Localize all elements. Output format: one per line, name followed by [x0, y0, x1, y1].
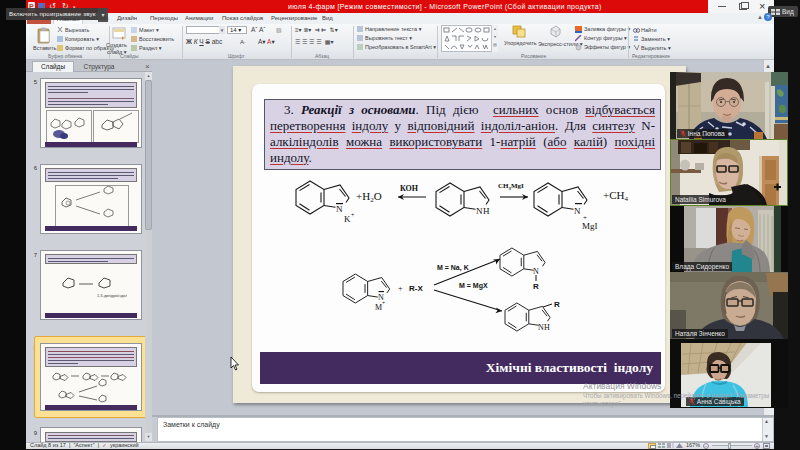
svg-text:K: K	[344, 214, 351, 224]
svg-text:M = MgX: M = MgX	[459, 282, 488, 290]
svg-text:H: H	[544, 323, 550, 332]
svg-text:N: N	[574, 206, 581, 216]
svg-text:+: +	[398, 284, 403, 293]
svg-text:M = Na, K: M = Na, K	[437, 264, 469, 272]
svg-text:1,3-дигідроіндол: 1,3-дигідроіндол	[97, 293, 127, 298]
svg-text:H: H	[483, 206, 490, 216]
svg-text:+: +	[382, 300, 385, 306]
svg-text:MgI: MgI	[582, 221, 598, 231]
svg-text:N: N	[476, 206, 483, 216]
svg-text:R-X: R-X	[409, 284, 423, 293]
svg-text:CH3MgI: CH3MgI	[498, 182, 524, 191]
svg-text:N: N	[533, 267, 539, 276]
svg-text:+H2O: +H2O	[356, 190, 382, 204]
svg-text:+CH4: +CH4	[603, 189, 628, 203]
svg-text:R: R	[554, 300, 560, 309]
svg-text:+: +	[351, 212, 355, 218]
svg-text:N: N	[336, 204, 343, 214]
svg-text:R: R	[533, 282, 539, 291]
svg-text:КОН: КОН	[400, 184, 419, 193]
